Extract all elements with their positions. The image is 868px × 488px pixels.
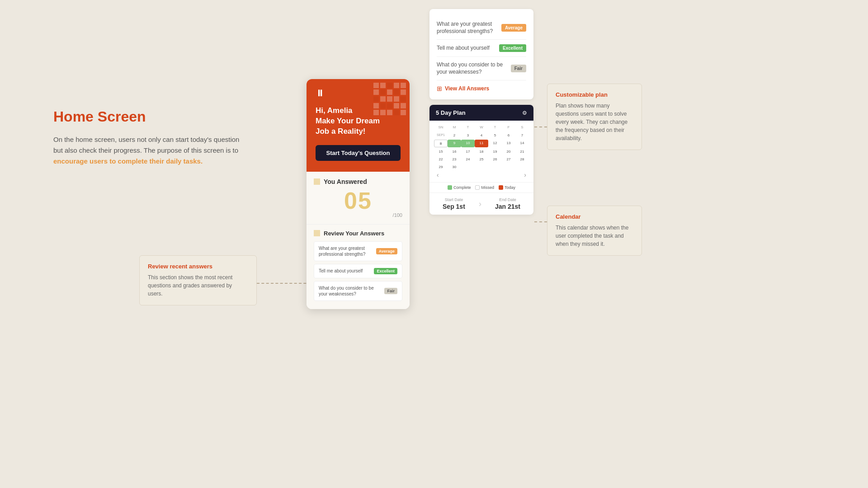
cal-cell-26: 26 [488,156,502,163]
end-date-value: Jan 21st [495,203,520,210]
calendar-grid: SN M T W T F S SEP1 2 3 4 5 6 7 8 9 [429,121,533,182]
cal-cell-19: 19 [488,148,502,155]
start-question-button[interactable]: Start Today's Question [316,145,401,161]
right-answers-widget: What are your greatest professional stre… [429,9,533,99]
cal-week-3: 15 16 17 18 19 20 21 [434,148,529,155]
start-date-item: Start Date Sep 1st [443,197,465,210]
review-label: Review Your Answers [324,230,384,237]
cal-cell-30: 30 [448,164,461,170]
cal-next-button[interactable]: › [524,171,526,178]
cal-cell-22: 22 [434,156,448,163]
cal-cell-16: 16 [448,148,461,155]
calendar-callout: Calendar This calendar shows when the us… [547,206,642,256]
calendar-header: 5 Day Plan ⚙ [429,105,533,121]
phone-answer-row-1: What are your greatest professional stre… [314,241,402,261]
cal-cell-11: 11 [475,140,488,147]
cal-cell-13: 13 [502,140,515,147]
right-answer-q3: What do you consider to be your weakness… [437,61,506,75]
answered-number: 05 [314,189,402,212]
review-answers-callout: Review recent answers This section shows… [139,255,257,305]
calendar-callout-title: Calendar [556,213,633,220]
phone-answer-question-2: Tell me about yourself [319,268,370,274]
review-callout-title: Review recent answers [148,263,248,270]
phone-answered-section: You Answered 05 /100 [307,172,410,225]
legend-complete-dot [448,185,452,190]
right-grade-3: Fair [511,65,526,72]
cal-cell-23: 23 [448,156,461,163]
right-answer-row-2: Tell me about yourself Excellent [437,40,526,57]
view-all-row[interactable]: ⊞ View All Answers [437,80,526,92]
cal-day-t1: T [461,124,475,130]
cal-week-sep: SEP1 2 3 4 5 6 7 [434,132,529,139]
legend-complete: Complete [448,185,471,190]
legend-missed: Missed [475,185,494,190]
view-all-link[interactable]: View All Answers [445,85,489,92]
cal-day-t2: T [488,124,502,130]
right-answer-q2: Tell me about yourself [437,45,495,52]
review-header: Review Your Answers [314,230,402,237]
start-date-label: Start Date [443,197,465,202]
cal-cell-empty3 [488,164,502,170]
cal-cell-empty5 [515,164,529,170]
hero-greeting: Hi, AmeliaMake Your DreamJob a Reality! [316,106,401,137]
cal-day-s: S [515,124,529,130]
right-panel: What are your greatest professional stre… [429,9,533,215]
highlight-text: encourage users to complete their daily … [53,157,203,165]
cal-day-w: W [475,124,488,130]
legend-complete-label: Complete [453,185,471,190]
desc-text: On the home screen, users not only can s… [53,136,239,154]
cal-cell-12: 12 [488,140,502,147]
phone-answer-question-1: What are your greatest professional stre… [319,245,373,257]
right-grade-2: Excellent [499,44,526,52]
cal-day-f: F [502,124,515,130]
phone-answer-row-2: Tell me about yourself Excellent [314,264,402,278]
cal-week-4: 22 23 24 25 26 27 28 [434,156,529,163]
legend-today: Today [499,185,515,190]
cal-days-header: SN M T W T F S [434,124,529,130]
right-answer-row-3: What do you consider to be your weakness… [437,57,526,80]
cal-cell-5: 5 [488,132,502,139]
legend-missed-dot [475,185,480,190]
answered-icon [314,178,320,185]
calendar-nav: ‹ › [434,171,529,178]
cal-cell-2: 2 [448,132,461,139]
daterange-arrow: › [479,199,481,209]
cal-prev-button[interactable]: ‹ [437,171,439,178]
cal-cell-14: 14 [515,140,529,147]
cal-cell-7: 7 [515,132,529,139]
customizable-plan-callout: Customizable plan Plan shows how many qu… [547,84,642,150]
dotted-line-calendar [534,221,547,222]
customizable-callout-title: Customizable plan [556,91,633,98]
view-all-icon: ⊞ [437,85,442,92]
cal-cell-25: 25 [475,156,488,163]
cal-day-m: M [448,124,461,130]
cal-cell-empty4 [502,164,515,170]
start-date-value: Sep 1st [443,203,465,210]
right-answer-row-1: What are your greatest professional stre… [437,16,526,40]
answered-header: You Answered [314,178,402,185]
cal-cell-18: 18 [475,148,488,155]
cal-cell-3: 3 [461,132,475,139]
calendar-title: 5 Day Plan [436,109,466,116]
cal-cell-17: 17 [461,148,475,155]
legend-today-label: Today [505,185,515,190]
legend-missed-label: Missed [481,185,494,190]
cal-day-sn: SN [434,124,448,130]
cal-cell-29: 29 [434,164,448,170]
review-callout-text: This section shows the most recent quest… [148,273,248,298]
phone-grade-3: Fair [384,288,397,294]
calendar-legend: Complete Missed Today [429,182,533,192]
end-date-item: End Date Jan 21st [495,197,520,210]
cal-cell-15: 15 [434,148,448,155]
cal-cell-10: 10 [461,140,475,147]
phone-mockup: ⏸ Hi, AmeliaMake Your DreamJob a Reality… [307,79,410,309]
page-description: On the home screen, users not only can s… [53,134,243,167]
calendar-settings-icon[interactable]: ⚙ [522,110,527,116]
phone-grade-1: Average [376,248,397,254]
cal-cell-4: 4 [475,132,488,139]
cal-cell-27: 27 [502,156,515,163]
cal-cell-28: 28 [515,156,529,163]
left-section: Home Screen On the home screen, users no… [53,108,243,167]
cal-cell-8: 8 [434,140,448,147]
right-answer-q1: What are your greatest professional stre… [437,21,497,35]
